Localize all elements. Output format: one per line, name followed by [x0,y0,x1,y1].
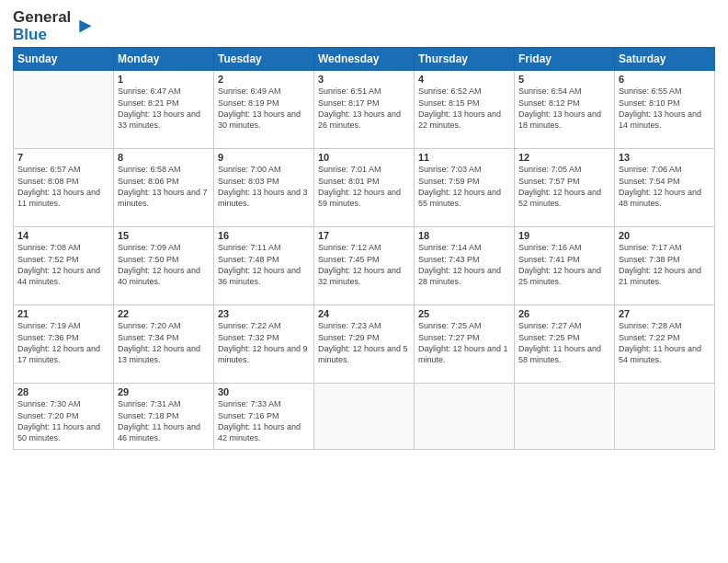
svg-marker-0 [80,19,92,32]
calendar-cell: 29Sunrise: 7:31 AM Sunset: 7:18 PM Dayli… [114,384,214,450]
logo-icon [73,17,93,37]
day-info: Sunrise: 7:11 AM Sunset: 7:48 PM Dayligh… [218,242,310,287]
day-info: Sunrise: 7:09 AM Sunset: 7:50 PM Dayligh… [118,242,210,287]
calendar-cell: 27Sunrise: 7:28 AM Sunset: 7:22 PM Dayli… [615,305,715,384]
calendar-cell: 18Sunrise: 7:14 AM Sunset: 7:43 PM Dayli… [415,227,515,305]
calendar-cell: 4Sunrise: 6:52 AM Sunset: 8:15 PM Daylig… [415,71,515,149]
calendar-cell: 15Sunrise: 7:09 AM Sunset: 7:50 PM Dayli… [114,227,214,305]
logo-general: General [13,9,71,27]
day-info: Sunrise: 7:00 AM Sunset: 8:03 PM Dayligh… [218,164,310,209]
day-number: 4 [418,74,510,85]
day-info: Sunrise: 7:14 AM Sunset: 7:43 PM Dayligh… [418,242,510,287]
day-info: Sunrise: 6:52 AM Sunset: 8:15 PM Dayligh… [418,86,510,131]
day-info: Sunrise: 7:19 AM Sunset: 7:36 PM Dayligh… [17,320,109,365]
calendar-cell: 19Sunrise: 7:16 AM Sunset: 7:41 PM Dayli… [515,227,615,305]
day-info: Sunrise: 7:33 AM Sunset: 7:16 PM Dayligh… [218,398,310,443]
day-number: 26 [518,308,610,319]
calendar-cell: 25Sunrise: 7:25 AM Sunset: 7:27 PM Dayli… [415,305,515,384]
day-info: Sunrise: 7:30 AM Sunset: 7:20 PM Dayligh… [17,398,109,443]
day-info: Sunrise: 7:08 AM Sunset: 7:52 PM Dayligh… [17,242,109,287]
day-number: 10 [318,152,410,163]
calendar-cell [415,384,515,450]
calendar-cell: 23Sunrise: 7:22 AM Sunset: 7:32 PM Dayli… [214,305,314,384]
calendar-cell: 20Sunrise: 7:17 AM Sunset: 7:38 PM Dayli… [615,227,715,305]
calendar-cell: 10Sunrise: 7:01 AM Sunset: 8:01 PM Dayli… [314,149,415,227]
day-number: 6 [619,74,711,85]
calendar-cell [314,384,415,450]
day-number: 12 [518,152,610,163]
day-info: Sunrise: 6:55 AM Sunset: 8:10 PM Dayligh… [619,86,711,131]
calendar-header-row: SundayMondayTuesdayWednesdayThursdayFrid… [14,48,715,71]
calendar-cell: 26Sunrise: 7:27 AM Sunset: 7:25 PM Dayli… [515,305,615,384]
day-info: Sunrise: 7:05 AM Sunset: 7:57 PM Dayligh… [518,164,610,209]
day-number: 20 [619,230,711,241]
day-number: 21 [17,308,109,319]
day-number: 2 [218,74,310,85]
calendar-cell: 30Sunrise: 7:33 AM Sunset: 7:16 PM Dayli… [214,384,314,450]
logo-blue: Blue [13,27,71,44]
day-number: 18 [418,230,510,241]
day-info: Sunrise: 6:49 AM Sunset: 8:19 PM Dayligh… [218,86,310,131]
day-info: Sunrise: 6:47 AM Sunset: 8:21 PM Dayligh… [118,86,210,131]
day-info: Sunrise: 7:17 AM Sunset: 7:38 PM Dayligh… [619,242,711,287]
day-number: 19 [518,230,610,241]
day-number: 16 [218,230,310,241]
day-info: Sunrise: 7:27 AM Sunset: 7:25 PM Dayligh… [518,320,610,365]
day-number: 27 [619,308,711,319]
calendar-header-friday: Friday [515,48,615,71]
calendar: SundayMondayTuesdayWednesdayThursdayFrid… [13,47,715,450]
day-number: 15 [118,230,210,241]
day-number: 23 [218,308,310,319]
day-info: Sunrise: 6:54 AM Sunset: 8:12 PM Dayligh… [518,86,610,131]
calendar-cell: 28Sunrise: 7:30 AM Sunset: 7:20 PM Dayli… [14,384,114,450]
day-info: Sunrise: 6:58 AM Sunset: 8:06 PM Dayligh… [118,164,210,209]
day-number: 5 [518,74,610,85]
day-number: 22 [118,308,210,319]
calendar-header-thursday: Thursday [415,48,515,71]
calendar-cell: 14Sunrise: 7:08 AM Sunset: 7:52 PM Dayli… [14,227,114,305]
calendar-cell [515,384,615,450]
day-number: 17 [318,230,410,241]
day-info: Sunrise: 7:25 AM Sunset: 7:27 PM Dayligh… [418,320,510,365]
day-number: 7 [17,152,109,163]
calendar-cell: 6Sunrise: 6:55 AM Sunset: 8:10 PM Daylig… [615,71,715,149]
day-info: Sunrise: 7:23 AM Sunset: 7:29 PM Dayligh… [318,320,410,365]
day-info: Sunrise: 7:28 AM Sunset: 7:22 PM Dayligh… [619,320,711,365]
calendar-header-sunday: Sunday [14,48,114,71]
calendar-cell: 7Sunrise: 6:57 AM Sunset: 8:08 PM Daylig… [14,149,114,227]
calendar-cell: 2Sunrise: 6:49 AM Sunset: 8:19 PM Daylig… [214,71,314,149]
day-info: Sunrise: 7:20 AM Sunset: 7:34 PM Dayligh… [118,320,210,365]
calendar-cell: 3Sunrise: 6:51 AM Sunset: 8:17 PM Daylig… [314,71,415,149]
calendar-cell [615,384,715,450]
calendar-header-saturday: Saturday [615,48,715,71]
calendar-cell: 24Sunrise: 7:23 AM Sunset: 7:29 PM Dayli… [314,305,415,384]
day-info: Sunrise: 6:57 AM Sunset: 8:08 PM Dayligh… [17,164,109,209]
calendar-cell: 8Sunrise: 6:58 AM Sunset: 8:06 PM Daylig… [114,149,214,227]
day-info: Sunrise: 7:16 AM Sunset: 7:41 PM Dayligh… [518,242,610,287]
calendar-header-wednesday: Wednesday [314,48,415,71]
day-number: 24 [318,308,410,319]
day-number: 25 [418,308,510,319]
day-number: 8 [118,152,210,163]
day-info: Sunrise: 7:12 AM Sunset: 7:45 PM Dayligh… [318,242,410,287]
calendar-cell: 13Sunrise: 7:06 AM Sunset: 7:54 PM Dayli… [615,149,715,227]
calendar-cell: 22Sunrise: 7:20 AM Sunset: 7:34 PM Dayli… [114,305,214,384]
day-number: 3 [318,74,410,85]
day-info: Sunrise: 7:31 AM Sunset: 7:18 PM Dayligh… [118,398,210,443]
day-number: 1 [118,74,210,85]
day-number: 13 [619,152,711,163]
calendar-cell [14,71,114,149]
calendar-cell: 1Sunrise: 6:47 AM Sunset: 8:21 PM Daylig… [114,71,214,149]
day-number: 9 [218,152,310,163]
day-info: Sunrise: 6:51 AM Sunset: 8:17 PM Dayligh… [318,86,410,131]
day-number: 14 [17,230,109,241]
calendar-cell: 11Sunrise: 7:03 AM Sunset: 7:59 PM Dayli… [415,149,515,227]
day-info: Sunrise: 7:22 AM Sunset: 7:32 PM Dayligh… [218,320,310,365]
calendar-cell: 21Sunrise: 7:19 AM Sunset: 7:36 PM Dayli… [14,305,114,384]
day-info: Sunrise: 7:01 AM Sunset: 8:01 PM Dayligh… [318,164,410,209]
logo: General Blue [13,9,93,43]
day-info: Sunrise: 7:03 AM Sunset: 7:59 PM Dayligh… [418,164,510,209]
calendar-cell: 17Sunrise: 7:12 AM Sunset: 7:45 PM Dayli… [314,227,415,305]
calendar-cell: 12Sunrise: 7:05 AM Sunset: 7:57 PM Dayli… [515,149,615,227]
day-number: 30 [218,386,310,397]
